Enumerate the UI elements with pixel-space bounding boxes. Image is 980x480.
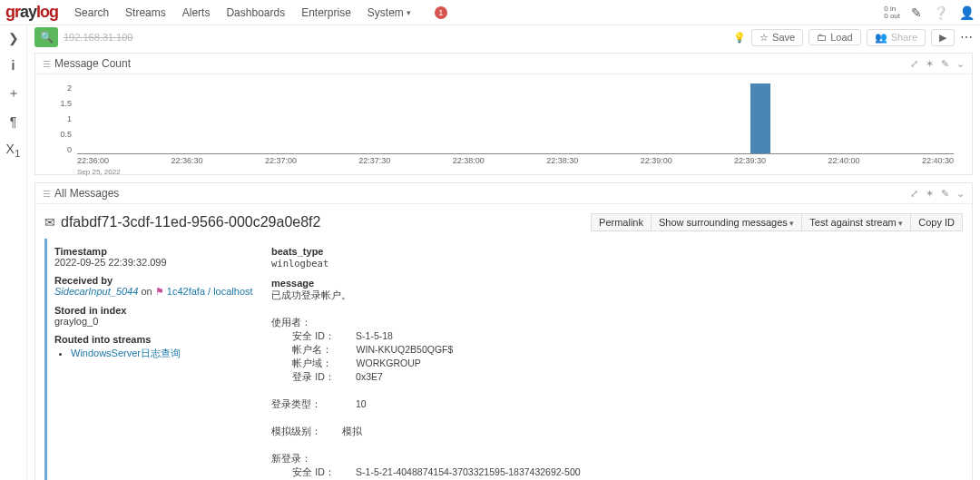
top-navbar: graylog Search Streams Alerts Dashboards…: [0, 0, 980, 25]
edit-panel-icon[interactable]: ✎: [941, 188, 949, 200]
user-icon[interactable]: 👤: [959, 5, 975, 20]
content-area: 🔍 192.168.31.100 💡 ☆ Save 🗀 Load 👥 Share…: [27, 25, 980, 480]
drag-icon[interactable]: ☰: [43, 59, 49, 69]
chevron-right-icon[interactable]: ❯: [8, 31, 19, 45]
query-toolbar: 🔍 192.168.31.100 💡 ☆ Save 🗀 Load 👥 Share…: [31, 25, 976, 49]
plus-icon[interactable]: ＋: [7, 85, 20, 102]
host-link[interactable]: 1c42fafa / localhost: [167, 286, 253, 297]
more-icon[interactable]: ⋯: [960, 30, 973, 44]
nav-search[interactable]: Search: [74, 6, 109, 19]
edit-panel-icon[interactable]: ✎: [941, 58, 949, 70]
x-tick: 22:40:30: [922, 156, 954, 174]
info-icon[interactable]: i: [12, 58, 15, 73]
x-tick: 22:37:00: [265, 156, 297, 174]
focus-icon[interactable]: ⤢: [910, 58, 918, 70]
nav-streams[interactable]: Streams: [125, 6, 166, 19]
timestamp-value: 2022-09-25 22:39:32.099: [54, 257, 253, 268]
io-stats: 0 in 0 out: [884, 5, 900, 20]
nav-alerts[interactable]: Alerts: [182, 6, 211, 19]
panel-title: All Messages: [54, 187, 119, 200]
x-tick: 22:40:00: [828, 156, 860, 174]
surrounding-button[interactable]: Show surrounding messages: [651, 213, 801, 231]
chart-area: 2 1.5 1 0.5 0 22:36:0022:36:3022:37:0022…: [35, 74, 972, 174]
x-tick: 22:39:00: [641, 156, 672, 174]
search-button[interactable]: 🔍: [34, 27, 58, 47]
nav-items: Search Streams Alerts Dashboards Enterpr…: [74, 6, 447, 19]
drag-icon[interactable]: ☰: [43, 189, 49, 199]
subscript-icon[interactable]: X1: [6, 142, 21, 159]
load-button[interactable]: 🗀 Load: [808, 29, 860, 45]
notification-badge[interactable]: 1: [435, 6, 447, 19]
nav-system[interactable]: System: [368, 6, 411, 19]
message-count-panel: ☰ Message Count ⤢ ✶ ✎ ⌄ 2 1.5 1 0.5 0: [34, 53, 973, 175]
logo[interactable]: graylog: [5, 3, 58, 22]
x-axis: 22:36:0022:36:3022:37:0022:37:3022:38:00…: [77, 154, 954, 174]
left-rail: ❯ i ＋ ¶ X1: [0, 25, 27, 480]
expand-icon[interactable]: ✶: [926, 188, 934, 200]
routed-label: Routed into streams: [54, 334, 253, 345]
stored-value: graylog_0: [54, 316, 253, 327]
x-tick: 22:37:30: [358, 156, 390, 174]
edit-icon[interactable]: ✎: [911, 5, 922, 20]
message-label: message: [271, 278, 963, 289]
beats-type-label: beats_type: [271, 246, 963, 257]
message-meta: Timestamp 2022-09-25 22:39:32.099 Receiv…: [44, 239, 253, 480]
x-tick: 22:38:30: [546, 156, 578, 174]
panel-menu-icon[interactable]: ⌄: [956, 58, 965, 70]
x-tick: 22:38:00: [453, 156, 485, 174]
all-messages-panel: ☰ All Messages ⤢ ✶ ✎ ⌄ ✉ dfabdf71-3cdf-1…: [34, 182, 973, 480]
y-axis: 2 1.5 1 0.5 0: [39, 83, 72, 154]
chart-plot: [77, 83, 954, 154]
message-id-title: dfabdf71-3cdf-11ed-9566-000c29a0e8f2: [61, 214, 320, 230]
x-axis-subtitle: Sep 25, 2022: [77, 168, 121, 176]
timestamp-label: Timestamp: [54, 246, 253, 257]
mail-icon: ✉: [44, 215, 55, 230]
bulb-icon[interactable]: 💡: [733, 32, 746, 44]
panel-menu-icon[interactable]: ⌄: [956, 188, 965, 200]
expand-icon[interactable]: ✶: [926, 58, 934, 70]
received-by-label: Received by: [54, 275, 253, 286]
beats-type-value: winlogbeat: [271, 257, 963, 270]
input-link[interactable]: SidecarInput_5044: [54, 286, 138, 297]
play-button[interactable]: ▶: [931, 29, 955, 46]
stored-label: Stored in index: [54, 305, 253, 316]
message-fields: beats_type winlogbeat message 已成功登录帐户。 使…: [271, 239, 963, 480]
share-button[interactable]: 👥 Share: [867, 29, 926, 46]
x-tick: 22:39:30: [734, 156, 766, 174]
copy-id-button[interactable]: Copy ID: [910, 213, 963, 231]
focus-icon[interactable]: ⤢: [910, 188, 918, 200]
permalink-button[interactable]: Permalink: [591, 213, 651, 231]
received-by-value: SidecarInput_5044 on ⚑ 1c42fafa / localh…: [54, 286, 253, 298]
save-button[interactable]: ☆ Save: [751, 29, 803, 46]
pilcrow-icon[interactable]: ¶: [10, 114, 17, 129]
chart-bar: [750, 83, 770, 153]
message-value: 已成功登录帐户。 使用者： 安全 ID： S-1-5-18 帐户名： WIN-K…: [271, 289, 963, 480]
nav-enterprise[interactable]: Enterprise: [301, 6, 351, 19]
help-icon[interactable]: ❔: [933, 5, 948, 20]
stream-link[interactable]: WindowsServer日志查询: [71, 348, 181, 358]
x-tick: 22:36:30: [171, 156, 202, 174]
nav-dashboards[interactable]: Dashboards: [226, 6, 285, 19]
panel-title: Message Count: [54, 57, 131, 70]
test-stream-button[interactable]: Test against stream: [801, 213, 910, 231]
query-text: 192.168.31.100: [64, 32, 132, 43]
